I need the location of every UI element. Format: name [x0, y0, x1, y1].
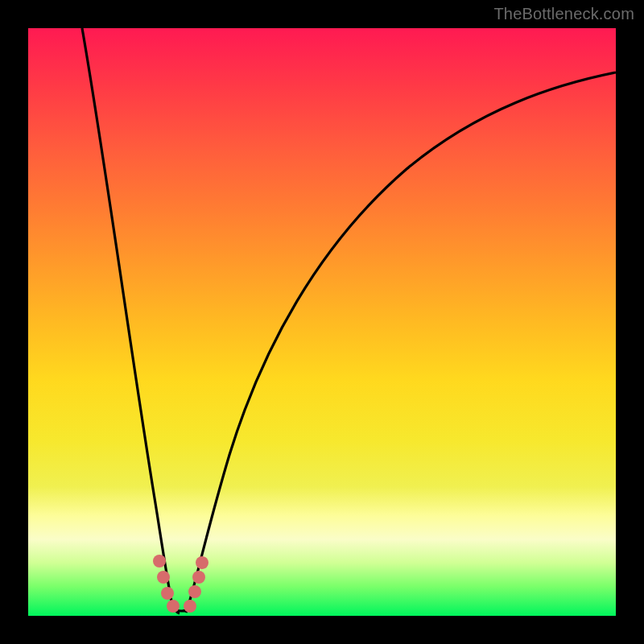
marker-dot — [161, 587, 174, 600]
watermark-text: TheBottleneck.com — [493, 5, 634, 23]
curve-left — [82, 28, 180, 613]
marker-dot — [196, 556, 208, 569]
marker-dot — [184, 600, 196, 613]
marker-dot — [188, 585, 201, 598]
marker-dot — [157, 571, 170, 584]
curve-right — [186, 72, 616, 613]
marker-dot — [192, 571, 205, 584]
outer-frame: TheBottleneck.com — [0, 0, 644, 644]
marker-dot — [153, 555, 166, 568]
plot-area — [28, 28, 616, 616]
chart-svg — [28, 28, 616, 616]
marker-group — [153, 555, 208, 613]
marker-dot — [167, 600, 180, 613]
